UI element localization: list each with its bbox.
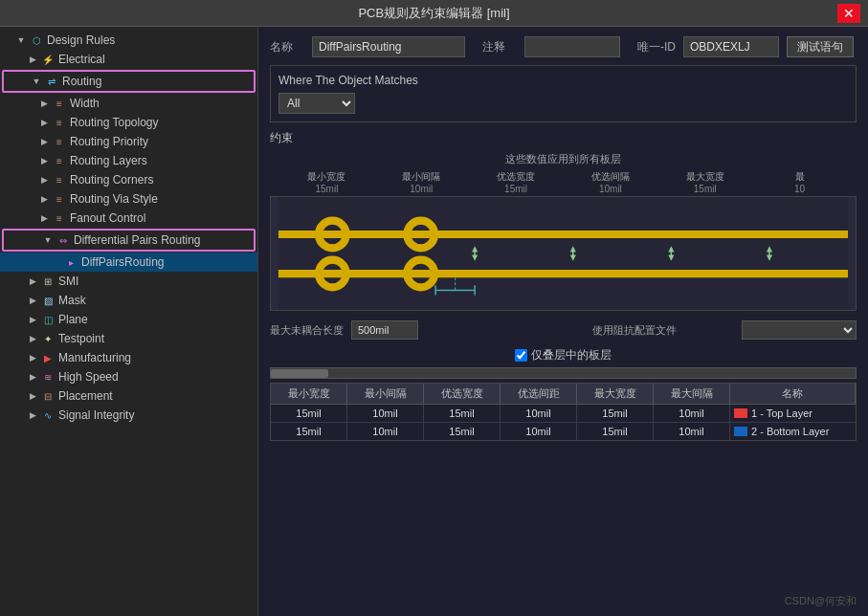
- high-speed-icon: ≋: [40, 369, 56, 385]
- arrow-topology: ▶: [38, 117, 50, 128]
- only-stackup-checkbox[interactable]: [515, 349, 527, 362]
- mask-label: Mask: [58, 294, 86, 307]
- col-value-0: 15mil: [279, 184, 374, 194]
- tree-item-mask[interactable]: ▶ ▨ Mask: [0, 291, 257, 310]
- col-header-5: 最 10: [752, 170, 847, 194]
- routing-label: Routing: [62, 75, 101, 88]
- tree-item-testpoint[interactable]: ▶ ✦ Testpoint: [0, 329, 257, 348]
- layers-icon: ≡: [52, 153, 67, 168]
- electrical-label: Electrical: [58, 53, 105, 66]
- tree-item-width[interactable]: ▶ ≡ Width: [0, 94, 257, 113]
- arrow-width: ▶: [38, 98, 50, 109]
- th-max-width: 最大宽度: [577, 384, 654, 404]
- priority-icon: ≡: [52, 134, 67, 149]
- window-title: PCB规则及约束编辑器 [mil]: [31, 5, 837, 22]
- where-title: Where The Object Matches: [278, 74, 848, 87]
- arrow-mask: ▶: [27, 295, 38, 306]
- svg-rect-0: [278, 197, 848, 310]
- layer-name-top: 1 - Top Layer: [751, 407, 812, 419]
- routing-corners-label: Routing Corners: [70, 173, 153, 187]
- col-header-label-5: 最: [752, 170, 847, 184]
- checkbox-row: 仅叠层中的板层: [270, 347, 857, 363]
- testpoint-icon: ✦: [40, 331, 56, 346]
- routing-via-style-label: Routing Via Style: [70, 192, 158, 206]
- tree-item-placement[interactable]: ▶ ⊟ Placement: [0, 386, 257, 406]
- table-row: 15mil 10mil 15mil 10mil 15mil 10mil 2 - …: [271, 423, 856, 440]
- applies-to-all: 这些数值应用到所有板层: [270, 152, 857, 166]
- tree-item-routing-topology[interactable]: ▶ ≡ Routing Topology: [0, 113, 257, 132]
- title-bar: PCB规则及约束编辑器 [mil] ✕: [0, 0, 868, 27]
- via-style-icon: ≡: [52, 191, 67, 207]
- col-value-4: 15mil: [657, 184, 752, 194]
- tree-item-manufacturing[interactable]: ▶ ▶ Manufacturing: [0, 348, 257, 367]
- tree-item-diff-pairs-rule[interactable]: ▸ DiffPairsRouting: [0, 253, 257, 272]
- fanout-icon: ≡: [52, 210, 67, 226]
- arrow-layers: ▶: [38, 155, 50, 166]
- layer-color-bottom: [734, 427, 747, 436]
- form-row-name: 名称 注释 唯一-ID 测试语句: [270, 36, 857, 57]
- design-rules-icon: ⬡: [29, 33, 44, 48]
- electrical-icon: ⚡: [40, 52, 56, 67]
- th-pref-gap: 优选间距: [501, 384, 577, 404]
- name-label: 名称: [270, 39, 304, 55]
- tree-item-routing-via-style[interactable]: ▶ ≡ Routing Via Style: [0, 189, 257, 209]
- routing-topology-label: Routing Topology: [70, 116, 159, 129]
- tree-item-smi[interactable]: ▶ ⊞ SMI: [0, 272, 257, 291]
- scrollbar-thumb: [271, 369, 328, 378]
- col-header-4: 最大宽度 15mil: [657, 170, 752, 194]
- th-name: 名称: [730, 384, 856, 404]
- right-panel: 名称 注释 唯一-ID 测试语句 Where The Object Matche…: [258, 27, 868, 616]
- where-select[interactable]: All: [278, 93, 355, 114]
- tree-item-design-rules[interactable]: ▼ ⬡ Design Rules: [0, 31, 257, 50]
- diff-pairs-icon: ⇔: [56, 232, 71, 248]
- horizontal-scrollbar[interactable]: [270, 367, 857, 379]
- manufacturing-label: Manufacturing: [58, 351, 131, 364]
- table-header: 最小宽度 最小间隔 优选宽度 优选间距 最大宽度 最大间隔 名称: [271, 384, 856, 405]
- test-button[interactable]: 测试语句: [787, 36, 854, 57]
- col-header-2: 优选宽度 15mil: [469, 170, 564, 194]
- th-min-gap: 最小间隔: [347, 384, 424, 404]
- col-header-0: 最小宽度 15mil: [279, 170, 374, 194]
- col-value-5: 10: [752, 184, 847, 194]
- routing-layers-label: Routing Layers: [70, 154, 147, 167]
- col-header-label-3: 优选间隔: [563, 170, 657, 184]
- tree-item-routing-priority[interactable]: ▶ ≡ Routing Priority: [0, 132, 257, 151]
- arrow-via: ▶: [38, 193, 50, 205]
- tree-item-routing-corners[interactable]: ▶ ≡ Routing Corners: [0, 170, 257, 189]
- table-row: 15mil 10mil 15mil 10mil 15mil 10mil 1 - …: [271, 405, 856, 423]
- th-pref-width: 优选宽度: [424, 384, 501, 404]
- tree-item-electrical[interactable]: ▶ ⚡ Electrical: [0, 50, 257, 69]
- name-input[interactable]: [312, 36, 465, 57]
- routing-icon: ⇌: [44, 74, 59, 89]
- signal-integrity-label: Signal Integrity: [58, 408, 134, 422]
- diff-pairs-rule-label: DiffPairsRouting: [81, 255, 164, 269]
- tree-item-signal-integrity[interactable]: ▶ ∿ Signal Integrity: [0, 406, 257, 425]
- tree-item-routing[interactable]: ▼ ⇌ Routing: [2, 70, 256, 93]
- col-header-label-0: 最小宽度: [279, 170, 374, 184]
- close-button[interactable]: ✕: [837, 4, 860, 23]
- comment-input[interactable]: [524, 36, 620, 57]
- id-input[interactable]: [683, 36, 779, 57]
- arrow-corners: ▶: [38, 174, 50, 186]
- design-rules-label: Design Rules: [47, 33, 115, 47]
- max-uncoupled-input[interactable]: [351, 320, 418, 340]
- tree-item-routing-layers[interactable]: ▶ ≡ Routing Layers: [0, 151, 257, 170]
- cell-max-gap-1: 10mil: [654, 423, 730, 440]
- tree-item-plane[interactable]: ▶ ◫ Plane: [0, 310, 257, 329]
- tree-item-diff-pairs[interactable]: ▼ ⇔ Differential Pairs Routing: [2, 229, 256, 252]
- arrow-smi: ▶: [27, 275, 38, 287]
- col-header-1: 最小间隔 10mil: [374, 170, 469, 194]
- routing-priority-label: Routing Priority: [70, 135, 148, 148]
- tree-item-fanout[interactable]: ▶ ≡ Fanout Control: [0, 209, 257, 228]
- impedance-select[interactable]: [742, 320, 857, 340]
- arrow-place: ▶: [27, 390, 38, 402]
- arrow-diff: ▼: [42, 234, 54, 246]
- arrow-mfg: ▶: [27, 352, 38, 363]
- layer-table: 最小宽度 最小间隔 优选宽度 优选间距 最大宽度 最大间隔 名称 15mil 1…: [270, 383, 857, 441]
- arrow-plane: ▶: [27, 314, 38, 325]
- topology-icon: ≡: [52, 115, 67, 130]
- comment-label: 注释: [482, 39, 517, 55]
- col-headers: 最小宽度 15mil 最小间隔 10mil 优选宽度 15mil 优选间隔 10…: [270, 170, 857, 194]
- tree-item-high-speed[interactable]: ▶ ≋ High Speed: [0, 367, 257, 386]
- width-label: Width: [70, 97, 100, 110]
